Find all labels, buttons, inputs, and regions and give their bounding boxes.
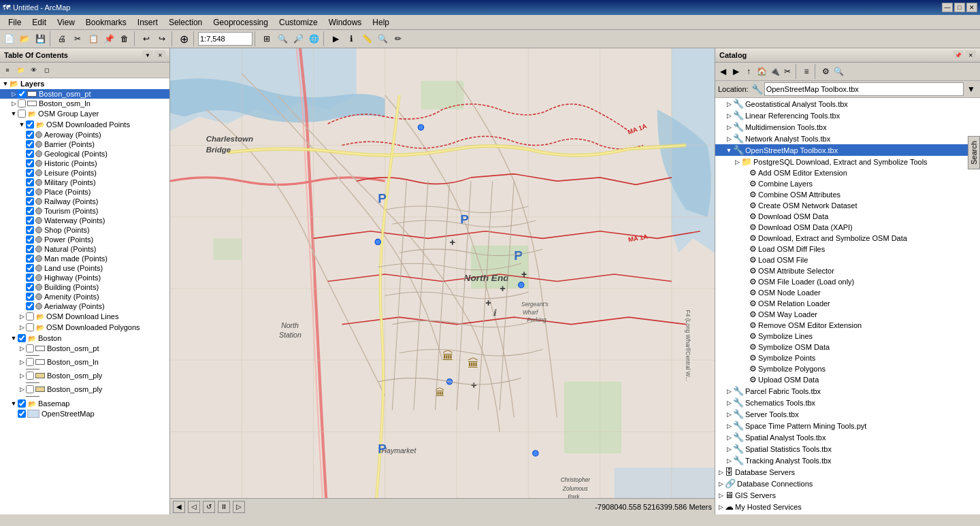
- list-item[interactable]: ▷🔧Tracking Analyst Tools.tbx: [715, 455, 980, 466]
- expand-icon[interactable]: ▷: [10, 90, 18, 98]
- toc-checkbox[interactable]: [26, 188, 34, 196]
- menu-insert[interactable]: Insert: [132, 16, 163, 29]
- toc-checkbox[interactable]: [26, 358, 34, 366]
- list-item[interactable]: Power (Points): [0, 235, 169, 244]
- list-item[interactable]: ⚙Add OSM Editor Extension: [715, 167, 980, 178]
- list-item[interactable]: Aeroway (Points): [0, 130, 169, 139]
- list-item[interactable]: Aerialway (Points): [0, 301, 169, 311]
- list-item[interactable]: ⚙Download OSM Data: [715, 211, 980, 222]
- toc-checkbox[interactable]: [26, 120, 34, 129]
- toc-checkbox[interactable]: [26, 207, 34, 215]
- toc-checkbox[interactable]: [26, 302, 34, 310]
- list-item[interactable]: Geological (Points): [0, 149, 169, 159]
- toc-checkbox[interactable]: [18, 334, 26, 342]
- toc-item-osm-download-lines[interactable]: ▷ 📂 OSM Download Lines: [0, 311, 169, 322]
- redo-button[interactable]: ↪: [154, 31, 169, 46]
- catalog-view-btn[interactable]: ≡: [800, 65, 813, 78]
- list-item[interactable]: ⚙OSM Way Loader: [715, 309, 980, 320]
- toc-checkbox[interactable]: [26, 216, 34, 225]
- list-item[interactable]: Barrier (Points): [0, 139, 169, 149]
- catalog-item-gis-servers[interactable]: ▷🖥GIS Servers: [715, 489, 980, 501]
- list-item[interactable]: ▷🔧Geostatistical Analyst Tools.tbx: [715, 98, 980, 110]
- toc-close-button[interactable]: ✕: [154, 50, 165, 60]
- list-item[interactable]: Man made (Points): [0, 254, 169, 263]
- map-area[interactable]: MA 1A MA 1A North End Charlestown Bridge…: [170, 48, 715, 514]
- select-button[interactable]: ▶: [328, 31, 343, 46]
- catalog-item-my-hosted-services[interactable]: ▷☁My Hosted Services: [715, 501, 980, 512]
- menu-view[interactable]: View: [52, 16, 80, 29]
- toc-checkbox[interactable]: [26, 245, 34, 253]
- list-item[interactable]: Leisure (Points): [0, 168, 169, 178]
- list-item[interactable]: ⚙Remove OSM Editor Extension: [715, 320, 980, 331]
- list-item[interactable]: OpenStreetMap: [0, 409, 169, 418]
- list-item[interactable]: ▷🔧Parcel Fabric Tools.tbx: [715, 385, 980, 397]
- catalog-item-ready-to-use-services[interactable]: ▷☁Ready-To-Use Services: [715, 512, 980, 514]
- toc-checkbox[interactable]: [26, 344, 34, 352]
- close-button[interactable]: ✕: [966, 3, 977, 12]
- toc-checkbox[interactable]: [26, 283, 34, 291]
- toc-checkbox[interactable]: [26, 131, 34, 139]
- list-item[interactable]: ⚙Symbolize Points: [715, 352, 980, 363]
- list-item[interactable]: ▷🔧Space Time Pattern Mining Tools.pyt: [715, 420, 980, 431]
- zoom-in-button[interactable]: 🔍: [275, 31, 290, 46]
- toc-item-osm-downloaded-points[interactable]: ▼ 📂 OSM Downloaded Points: [0, 119, 169, 130]
- save-button[interactable]: 💾: [33, 31, 48, 46]
- minimize-button[interactable]: —: [942, 3, 953, 12]
- list-item[interactable]: ▷Boston_osm_ply: [0, 371, 169, 380]
- list-item[interactable]: ⚙Symbolize Lines: [715, 331, 980, 342]
- list-item[interactable]: ▷🔧Network Analyst Tools.tbx: [715, 133, 980, 144]
- catalog-item-combine-layers[interactable]: ⚙Combine Layers: [715, 178, 980, 189]
- list-item[interactable]: ⚙OSM Node Loader: [715, 287, 980, 298]
- toc-checkbox[interactable]: [26, 372, 34, 380]
- list-item[interactable]: Land use (Points): [0, 263, 169, 273]
- list-item[interactable]: Tourism (Points): [0, 206, 169, 216]
- toc-checkbox[interactable]: [26, 264, 34, 272]
- catalog-back-btn[interactable]: ◀: [717, 65, 729, 78]
- maximize-button[interactable]: □: [954, 3, 965, 12]
- toc-checkbox[interactable]: [26, 385, 34, 393]
- menu-help[interactable]: Help: [367, 16, 395, 29]
- cut-button[interactable]: ✂: [70, 31, 85, 46]
- menu-edit[interactable]: Edit: [27, 16, 52, 29]
- menu-file[interactable]: File: [3, 16, 27, 29]
- toc-item-boston-osm-pt-top[interactable]: ▷ Boston_osm_pt: [0, 89, 169, 99]
- refresh-btn[interactable]: ↺: [203, 501, 215, 513]
- list-item[interactable]: ⚙Symbolize OSM Data: [715, 342, 980, 352]
- map-prev-btn[interactable]: ◀: [173, 501, 185, 513]
- list-item[interactable]: Amenity (Points): [0, 292, 169, 301]
- list-item[interactable]: ▷🔧Schematics Tools.tbx: [715, 397, 980, 408]
- paste-button[interactable]: 📌: [101, 31, 116, 46]
- list-item[interactable]: Place (Points): [0, 187, 169, 197]
- menu-bookmarks[interactable]: Bookmarks: [80, 16, 132, 29]
- list-item[interactable]: ▷Boston_osm_ply: [0, 384, 169, 394]
- list-item[interactable]: ⚙Load OSM File: [715, 254, 980, 265]
- catalog-search-btn[interactable]: 🔍: [832, 65, 845, 78]
- catalog-forward-btn[interactable]: ▶: [730, 65, 742, 78]
- catalog-options-btn[interactable]: ⚙: [819, 65, 832, 78]
- toc-checkbox[interactable]: [26, 159, 34, 167]
- catalog-item-osm-toolbox[interactable]: ▼ 🔧 OpenStreetMap Toolbox.tbx: [715, 144, 980, 156]
- catalog-home-btn[interactable]: 🏠: [755, 65, 768, 78]
- toc-item-boston-osm-ln-top[interactable]: ▷ Boston_osm_ln: [0, 99, 169, 108]
- list-item[interactable]: ⚙Download, Extract and Symbolize OSM Dat…: [715, 233, 980, 244]
- menu-customize[interactable]: Customize: [274, 16, 323, 29]
- toc-checkbox[interactable]: [26, 197, 34, 206]
- list-item[interactable]: ▷🔧Linear Referencing Tools.tbx: [715, 110, 980, 121]
- toc-checkbox[interactable]: [26, 274, 34, 282]
- expand-icon[interactable]: ▼: [10, 110, 18, 118]
- toc-checkbox-boston-osm-pt-top[interactable]: [18, 90, 26, 98]
- list-item[interactable]: ⚙Load OSM Diff Files: [715, 244, 980, 254]
- scroll-left-btn[interactable]: ◁: [188, 501, 200, 513]
- list-item[interactable]: ▷🔧Server Tools.tbx: [715, 408, 980, 420]
- list-item[interactable]: ⚙OSM Attribute Selector: [715, 265, 980, 276]
- list-item[interactable]: Shop (Points): [0, 225, 169, 235]
- toc-item-osm-group[interactable]: ▼ 📂 OSM Group Layer: [0, 108, 169, 119]
- window-controls[interactable]: — □ ✕: [942, 3, 977, 12]
- pause-btn[interactable]: ⏸: [218, 501, 230, 513]
- list-item[interactable]: ▷Boston_osm_pt: [0, 344, 169, 353]
- zoom-out-button[interactable]: 🔎: [291, 31, 306, 46]
- catalog-pin-button[interactable]: 📌: [953, 50, 964, 60]
- measure-button[interactable]: 📏: [359, 31, 374, 46]
- location-dropdown-btn[interactable]: ▼: [965, 83, 977, 95]
- toc-layers-root[interactable]: ▼ 📂 Layers: [0, 78, 169, 89]
